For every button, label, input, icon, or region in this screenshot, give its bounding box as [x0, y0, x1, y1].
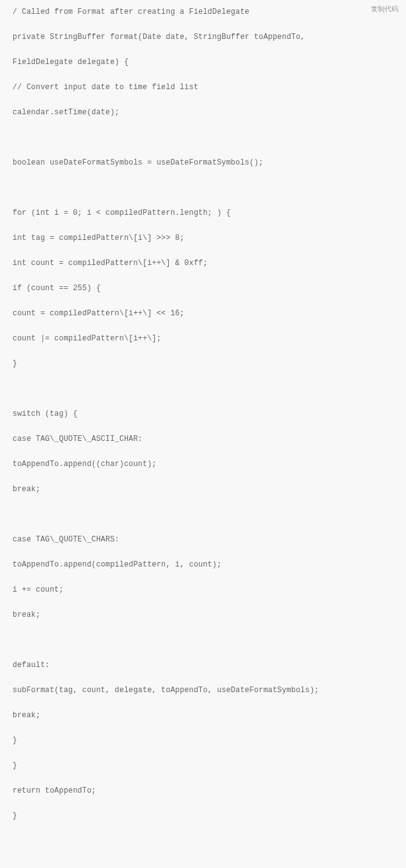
code-line: switch (tag) {: [13, 408, 393, 420]
code-line: break;: [13, 710, 393, 721]
code-line: FieldDelegate delegate) {: [13, 57, 393, 68]
code-line: / Called from Format after creating a Fi…: [13, 6, 393, 18]
copy-code-button[interactable]: 复制代码: [368, 3, 401, 15]
blank-line: [13, 634, 393, 646]
code-line: toAppendTo.append((char)count);: [13, 458, 393, 470]
code-line: break;: [13, 609, 393, 621]
code-line: subFormat(tag, count, delegate, toAppend…: [13, 685, 393, 696]
blank-line: [13, 509, 393, 520]
code-line: case TAG\_QUOTE\_CHARS:: [13, 534, 393, 545]
code-line: }: [13, 760, 393, 771]
code-line: i += count;: [13, 584, 393, 595]
code-line: boolean useDateFormatSymbols = useDateFo…: [13, 157, 393, 168]
blank-line: [13, 383, 393, 394]
code-line: toAppendTo.append(compiledPattern, i, co…: [13, 559, 393, 570]
code-line: }: [13, 358, 393, 369]
code-line: calendar.setTime(date);: [13, 107, 393, 118]
code-line: break;: [13, 484, 393, 495]
code-line: default:: [13, 659, 393, 671]
code-line: int count = compiledPattern\[i++\] & 0xf…: [13, 258, 393, 269]
code-line: for (int i = 0; i < compiledPattern.leng…: [13, 207, 393, 219]
code-line: count = compiledPattern\[i++\] << 16;: [13, 308, 393, 319]
code-line: count |= compiledPattern\[i++\];: [13, 333, 393, 344]
code-line: // Convert input date to time field list: [13, 82, 393, 93]
code-line: case TAG\_QUOTE\_ASCII_CHAR:: [13, 433, 393, 445]
blank-line: [13, 182, 393, 193]
code-line: }: [13, 810, 393, 822]
blank-line: [13, 132, 393, 143]
code-line: }: [13, 735, 393, 746]
code-line: return toAppendTo;: [13, 785, 393, 796]
code-line: private StringBuffer format(Date date, S…: [13, 31, 393, 43]
code-line: int tag = compiledPattern\[i\] >>> 8;: [13, 232, 393, 244]
code-block: / Called from Format after creating a Fi…: [0, 0, 406, 834]
code-line: if (count == 255) {: [13, 283, 393, 294]
